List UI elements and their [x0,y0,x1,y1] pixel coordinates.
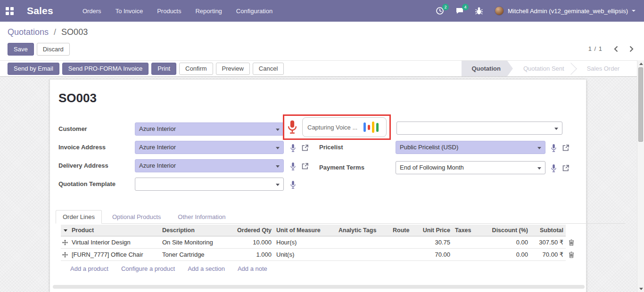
cell-description: Toner Cartridge [160,249,228,261]
header-taxes: Taxes [453,225,482,236]
apps-grid-icon[interactable] [6,7,14,15]
tab-optional-products[interactable]: Optional Products [106,211,167,223]
cell-qty: 1.000 [228,249,274,261]
scroll-down-icon[interactable] [637,285,644,292]
control-panel: Quotations / SO003 Save Discard 1 / 1 [0,22,644,61]
tab-order-lines[interactable]: Order Lines [56,210,102,224]
expiration-field[interactable] [396,122,562,135]
activity-badge: 2 [442,4,449,10]
add-a-section-link[interactable]: Add a section [188,265,225,272]
mic-icon[interactable] [549,163,558,173]
breadcrumb: Quotations / SO003 [8,27,88,37]
menu-configuration[interactable]: Configuration [236,8,272,15]
messages-icon[interactable]: 4 [455,6,464,16]
cell-unit-price: 30.75 [416,236,453,249]
add-a-note-link[interactable]: Add a note [238,265,267,272]
bug-icon[interactable] [475,6,484,16]
top-navbar: Sales Orders To Invoice Products Reporti… [0,0,644,22]
caret-down-icon [276,184,280,186]
external-link-icon[interactable] [561,163,570,173]
cell-analytic-tags [336,249,390,261]
state-sales-order[interactable]: Sales Order [577,61,632,76]
caret-down-icon [554,128,558,130]
cell-route [390,236,416,249]
avatar [495,6,504,16]
pager: 1 / 1 [588,45,634,52]
drag-handle-icon[interactable] [61,236,69,249]
mic-recording-icon[interactable] [287,120,298,135]
cell-product: [FURN_7777] Office Chair [69,249,160,261]
configure-a-product-link[interactable]: Configure a product [121,265,175,272]
user-name: Mitchell Admin (v12_geminate_web_ellipsi… [508,8,628,15]
mic-icon[interactable] [549,143,558,153]
voice-capture-popup: Capturing Voice ... [283,114,391,140]
breadcrumb-quotations[interactable]: Quotations [8,27,49,37]
order-lines-table: Product Description Ordered Qty Unit of … [61,225,577,261]
cell-taxes [453,249,482,261]
menu-products[interactable]: Products [157,8,181,15]
send-proforma-button[interactable]: Send PRO-FORMA Invoice [62,63,149,75]
vertical-scrollbar[interactable] [637,60,644,292]
form-statusbar: Send by Email Send PRO-FORMA Invoice Pri… [0,61,644,77]
breadcrumb-current: SO003 [61,27,88,37]
save-button[interactable]: Save [8,43,34,56]
order-lines-links: Add a product Configure a product Add a … [70,265,267,272]
header-description: Description [160,225,228,236]
cell-subtotal: 70.00 ₹ [530,249,566,261]
scrollbar-thumb[interactable] [638,67,643,142]
breadcrumb-separator: / [54,27,56,37]
table-row[interactable]: Virtual Interior Design On Site Monitori… [61,236,577,249]
confirm-button[interactable]: Confirm [179,63,213,75]
table-header-row: Product Description Ordered Qty Unit of … [61,225,577,236]
external-link-icon[interactable] [561,143,570,153]
cell-discount: 0.00 [482,236,530,249]
cancel-button[interactable]: Cancel [253,63,284,75]
form-sheet: SO003 Customer Azure Interior Invoice Ad… [50,79,586,292]
cell-uom: Hour(s) [274,236,336,249]
scroll-up-icon[interactable] [637,60,644,67]
quotation-template-label: Quotation Template [58,178,133,191]
payment-terms-field[interactable]: End of Following Month [396,161,545,174]
menu-orders[interactable]: Orders [83,8,101,15]
cell-discount: 0.00 [482,249,530,261]
mic-icon[interactable] [288,179,297,190]
pricelist-field[interactable]: Public Pricelist (USD) [396,141,545,154]
app-brand[interactable]: Sales [27,5,53,16]
header-discount: Discount (%) [482,225,530,236]
quotation-template-field[interactable] [135,178,284,191]
add-a-product-link[interactable]: Add a product [70,265,108,272]
cell-route [390,249,416,261]
column-sort-icon[interactable] [61,225,69,236]
chevron-left-icon[interactable] [614,46,618,52]
cell-uom: Unit(s) [274,249,336,261]
preview-button[interactable]: Preview [216,63,250,75]
systray: 2 4 Mitchell Admin (v12_geminate_web_ell… [435,6,644,16]
voice-level-bars-icon [363,122,379,133]
cell-analytic-tags [336,236,390,249]
discard-button[interactable]: Discard [37,43,70,56]
state-quotation-sent[interactable]: Quotation Sent [513,61,577,76]
trash-icon[interactable] [566,249,577,261]
header-unit-price: Unit Price [416,225,453,236]
voice-status-text: Capturing Voice ... [307,124,357,131]
menu-to-invoice[interactable]: To Invoice [116,8,143,15]
page-title: SO003 [58,91,97,105]
caret-down-icon [537,167,541,170]
user-menu[interactable]: Mitchell Admin (v12_geminate_web_ellipsi… [495,6,636,16]
menu-reporting[interactable]: Reporting [195,8,222,15]
chevron-right-icon[interactable] [629,46,634,52]
drag-handle-icon[interactable] [61,249,69,261]
horizontal-scrollbar[interactable] [53,285,585,289]
tab-other-information[interactable]: Other Information [171,211,232,223]
state-quotation[interactable]: Quotation [462,61,513,76]
send-by-email-button[interactable]: Send by Email [8,63,59,75]
cell-unit-price: 70.00 [416,249,453,261]
table-row[interactable]: [FURN_7777] Office Chair Toner Cartridge… [61,249,577,261]
header-unit-of-measure: Unit of Measure [274,225,336,236]
header-product: Product [69,225,160,236]
activity-icon[interactable]: 2 [435,6,445,16]
cell-subtotal: 307.50 ₹ [530,236,566,249]
caret-down-icon [537,147,541,149]
trash-icon[interactable] [566,236,577,249]
print-button[interactable]: Print [151,63,176,75]
